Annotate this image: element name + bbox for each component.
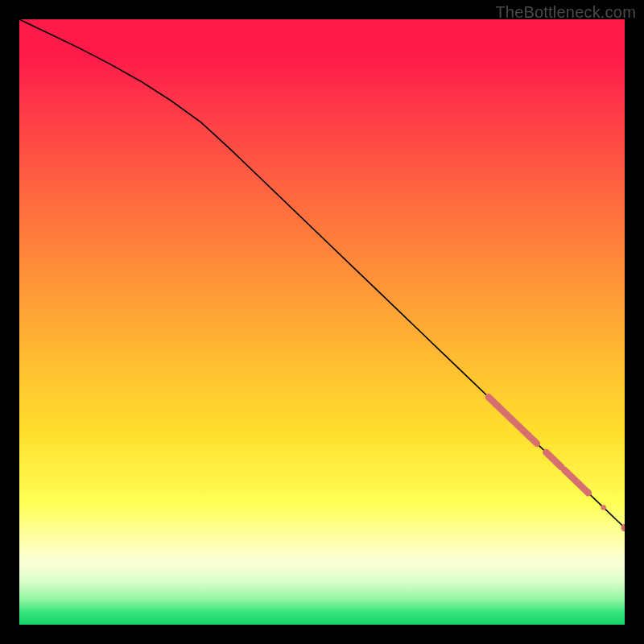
main-curve <box>19 19 625 528</box>
chart-svg-layer <box>19 19 625 625</box>
curve-layer <box>19 19 625 528</box>
chart-frame: TheBottleneck.com <box>0 0 644 644</box>
marker-layer <box>489 397 625 531</box>
watermark-text: TheBottleneck.com <box>495 3 636 22</box>
plot-area <box>19 19 625 625</box>
marker-segment <box>564 469 588 493</box>
marker-dot <box>601 505 605 510</box>
marker-segment <box>546 452 561 467</box>
marker-segment <box>489 397 537 444</box>
